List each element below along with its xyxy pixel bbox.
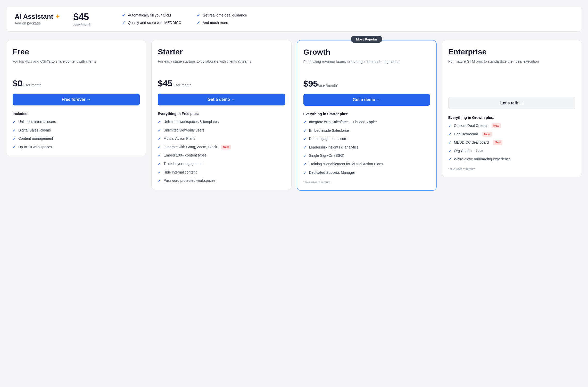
list-item: ✓ Dedicated Success Manager: [303, 170, 430, 176]
feature-text: Unlimited workspaces & templates: [163, 119, 219, 125]
pricing-grid: Free For top AE's and CSM's to share con…: [6, 40, 582, 191]
ai-feature-item: ✓ And much more: [197, 20, 247, 25]
feature-text: Unlimited internal users: [18, 119, 56, 125]
ai-feature-text: Get real-time deal guidance: [203, 13, 247, 17]
feature-text: White-glove onboarding experience: [454, 157, 511, 162]
check-icon: ✓: [448, 157, 451, 162]
list-item: ✓ Embed inside Salesforce: [303, 128, 430, 134]
list-item: ✓ Deal scorecard New: [448, 132, 575, 137]
soon-badge: Soon: [476, 149, 483, 153]
list-item: ✓ Digital Sales Rooms: [13, 128, 140, 133]
list-item: ✓ MEDDICC deal board New: [448, 140, 575, 145]
list-item: ✓ Leadership insights & analytics: [303, 145, 430, 150]
ai-banner-price: $45: [73, 12, 110, 22]
check-icon: ✓: [158, 145, 161, 150]
list-item: ✓ Custom Deal Criteria New: [448, 123, 575, 129]
ai-feature-text: And much more: [203, 21, 228, 25]
feature-text: Custom Deal Criteria: [454, 123, 487, 128]
plan-price-starter: $45: [158, 78, 172, 88]
check-icon: ✓: [448, 123, 451, 129]
feature-text: Mutual Action Plans: [163, 136, 195, 141]
plan-card-growth: Most Popular Growth For scaling revenue …: [297, 40, 437, 191]
list-item: ✓ Hide internal content: [158, 170, 285, 175]
growth-footnote: * five user minimum: [303, 175, 430, 184]
plan-name-growth: Growth: [303, 48, 430, 56]
list-item: ✓ Track buyer engagement: [158, 161, 285, 167]
check-icon: ✓: [303, 153, 307, 159]
list-item: ✓ Unlimited internal users: [13, 119, 140, 125]
check-icon: ✓: [448, 149, 451, 154]
list-item: ✓ Org Charts Soon: [448, 149, 575, 154]
check-icon: ✓: [122, 20, 125, 25]
new-badge: New: [221, 145, 231, 150]
ai-assistant-banner: AI Assistant ✦ Add on package $45 /user/…: [6, 6, 582, 32]
ai-feature-text: Qualify and score with MEDDICC: [128, 21, 181, 25]
plan-price-unit-growth: /user/month*: [318, 83, 338, 87]
check-icon: ✓: [303, 120, 307, 125]
new-badge: New: [492, 123, 501, 128]
check-icon: ✓: [13, 128, 16, 133]
feature-text: Unlimited view-only users: [163, 128, 204, 133]
feature-text: Up to 10 workspaces: [18, 145, 52, 150]
enterprise-footnote: * five user minimum: [448, 162, 575, 171]
feature-list-starter: ✓ Unlimited workspaces & templates ✓ Unl…: [158, 119, 285, 184]
starter-demo-button[interactable]: Get a demo →: [158, 94, 285, 105]
list-item: ✓ Unlimited workspaces & templates: [158, 119, 285, 125]
check-icon: ✓: [303, 170, 307, 176]
list-item: ✓ White-glove onboarding experience: [448, 157, 575, 162]
list-item: ✓ Embed 100+ content types: [158, 153, 285, 158]
feature-text: Deal scorecard: [454, 132, 478, 137]
enterprise-talk-button[interactable]: Let's talk →: [448, 97, 575, 109]
feature-text: Password protected workspaces: [163, 178, 216, 183]
includes-label-free: Includes:: [13, 112, 140, 116]
plan-name-enterprise: Enterprise: [448, 47, 575, 56]
feature-text: Embed inside Salesforce: [309, 128, 349, 133]
plan-description-free: For top AE's and CSM's to share content …: [13, 59, 140, 73]
ai-banner-feature-col-2: ✓ Get real-time deal guidance ✓ And much…: [197, 13, 247, 25]
check-icon: ✓: [158, 178, 161, 184]
plan-price-unit-starter: /user/month: [172, 83, 192, 87]
feature-text: Integrate with Salesforce, HubSpot, Zapi…: [309, 120, 377, 125]
feature-text: MEDDICC deal board: [454, 140, 489, 145]
check-icon: ✓: [197, 13, 200, 18]
plan-card-enterprise: Enterprise For mature GTM orgs to standa…: [442, 40, 582, 177]
check-icon: ✓: [303, 137, 307, 142]
check-icon: ✓: [303, 145, 307, 150]
feature-list-growth: ✓ Integrate with Salesforce, HubSpot, Za…: [303, 120, 430, 175]
check-icon: ✓: [13, 145, 16, 150]
feature-text: Single Sign-On (SSO): [309, 153, 344, 158]
most-popular-badge: Most Popular: [351, 36, 382, 43]
includes-label-enterprise: Everything in Growth plus:: [448, 116, 575, 120]
feature-text: Digital Sales Rooms: [18, 128, 51, 133]
plan-price-free: $0: [13, 78, 22, 88]
check-icon: ✓: [13, 120, 16, 125]
feature-text: Org Charts: [454, 149, 471, 154]
growth-demo-button[interactable]: Get a demo →: [303, 94, 430, 106]
plan-description-enterprise: For mature GTM orgs to standardize their…: [448, 59, 575, 73]
plan-price-growth: $95: [303, 79, 318, 88]
ai-feature-item: ✓ Automatically fill your CRM: [122, 13, 181, 18]
plan-card-starter: Starter For early stage startups to coll…: [151, 40, 291, 190]
check-icon: ✓: [197, 20, 200, 25]
ai-banner-feature-col-1: ✓ Automatically fill your CRM ✓ Qualify …: [122, 13, 181, 25]
feature-list-enterprise: ✓ Custom Deal Criteria New ✓ Deal scorec…: [448, 123, 575, 162]
feature-text: Training & enablement for Mutual Action …: [309, 162, 383, 167]
plan-price-block-growth: $95/user/month*: [303, 79, 430, 89]
check-icon: ✓: [158, 162, 161, 167]
free-forever-button[interactable]: Free forever →: [13, 94, 140, 105]
plan-description-growth: For scaling revenue teams to leverage da…: [303, 59, 430, 73]
check-icon: ✓: [158, 136, 161, 142]
check-icon: ✓: [158, 170, 161, 175]
includes-label-starter: Everything in Free plus:: [158, 112, 285, 116]
feature-list-free: ✓ Unlimited internal users ✓ Digital Sal…: [13, 119, 140, 150]
check-icon: ✓: [122, 13, 125, 18]
feature-text: Hide internal content: [163, 170, 196, 175]
ai-banner-features: ✓ Automatically fill your CRM ✓ Qualify …: [122, 13, 573, 25]
plan-price-block-enterprise: [448, 78, 575, 92]
feature-text: Deal engagement score: [309, 136, 347, 142]
feature-text: Integrate with Gong, Zoom, Slack: [163, 145, 217, 150]
plan-name-free: Free: [13, 47, 140, 56]
plan-description-starter: For early stage startups to collaborate …: [158, 59, 285, 73]
feature-text: Dedicated Success Manager: [309, 170, 355, 175]
feature-text: Track buyer engagement: [163, 161, 203, 167]
